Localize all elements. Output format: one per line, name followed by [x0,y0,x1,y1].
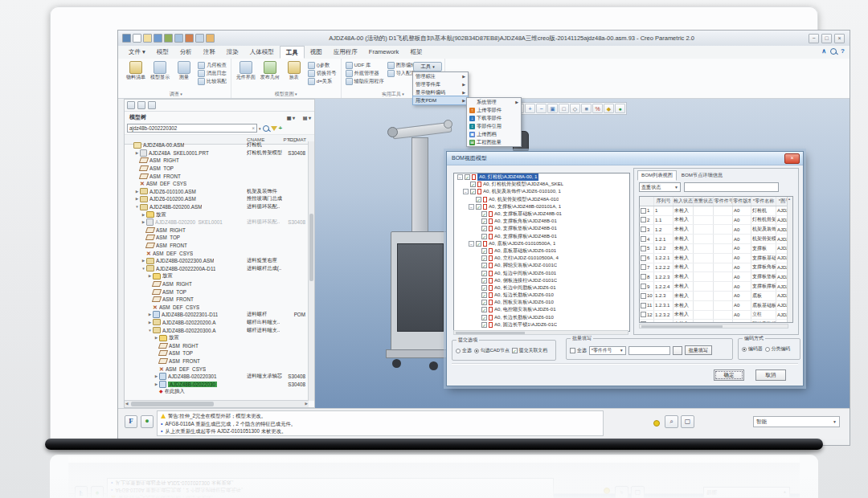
model-tree-row[interactable]: ✕ASM_DEF_CSYS [125,303,309,311]
row-checkbox[interactable] [641,246,646,251]
bom-tree-row[interactable]: ✓A0, 长边长肋板\AJDZ6-010 [454,314,629,321]
cad-model-joint[interactable] [387,127,398,137]
model-tree-row[interactable]: ASM_RIGHT [125,341,309,349]
bom-tree-row[interactable]: ✓A0, 脚轮安装板\AJDZ-0101C [454,262,629,269]
collapse-icon[interactable]: − [463,189,469,194]
collapsed-arrow-icon[interactable]: ▶ [134,151,140,155]
submenu-item-下载零部件[interactable]: ↓下载零部件 [467,114,521,122]
bom-tree-row[interactable]: ✓A0, 围板安装板\AJDZ6-010 [454,299,629,306]
regenerate-icon[interactable] [185,34,194,43]
bom-table-row[interactable]: 41.2.1未检入A0机架骨架模型AJDZ4 [640,235,792,244]
select-box-button[interactable]: ▢ [681,415,694,428]
模型显示-button[interactable]: 模型显示 [149,60,170,91]
saved-orientations-icon[interactable]: ◇ [570,104,580,113]
bom-tree-row[interactable]: ✓A0, 支撑板基础板\AJDZ48B-01 [454,210,629,218]
column-header[interactable]: 查重状态 [694,197,714,206]
open-icon[interactable] [143,34,152,43]
radio-全选[interactable] [456,349,461,353]
find-icon[interactable] [263,125,269,132]
bom-table-row[interactable]: 71.2.2.2未检入A0支撑板角板AJDZ4 [640,263,792,273]
radio-分类编码[interactable] [765,347,770,352]
bom-tree-row[interactable]: ✓A0, 短边中间板\AJDZ6-0101 [454,269,629,276]
repaint-icon[interactable]: ▣ [547,104,558,113]
collapse-icon[interactable]: − [457,174,463,180]
row-checkbox[interactable] [641,321,646,323]
bom-tree-row[interactable]: ✓A0, 电控箱安装板\AJDZ6-01 [454,306,629,313]
cad-model-column[interactable] [411,137,428,234]
model-tree-row[interactable]: ▶AJDZ48B-02022300.ASM进料旋笼右座 [125,257,309,265]
tab-Framework[interactable]: Framework [363,46,405,59]
bom-tree-row[interactable]: ✓A0, 底板基础板\AJDZ6-0101 [454,247,629,255]
model-tree-row[interactable]: ✕ASM_DEF_CSYS [125,249,309,257]
batch-fill-button[interactable]: 批量填写 [685,345,712,355]
tab-应用程序[interactable]: 应用程序 [328,46,363,59]
model-tree-row[interactable]: ASM_TOP [125,234,309,242]
row-checkbox[interactable] [641,227,646,232]
expanded-arrow-icon[interactable]: ▼ [141,267,146,271]
command-search-icon[interactable] [830,48,837,55]
submenu-item-上传零部件[interactable]: ↑上传零部件 [467,106,521,114]
checkbox-checked[interactable]: ✓ [481,218,487,224]
tab-分析[interactable]: 分析 [174,46,198,59]
model-tree-row[interactable]: ASM_TOP [125,349,309,357]
辅助应用程序-button[interactable]: 辅助应用程序 [346,78,384,85]
model-tree-row[interactable]: ▶AJDZ48A_SKEL0001.PRT灯检机骨架模型S30408 [125,149,309,157]
model-tree-row[interactable]: ▼AJDZ48B-020220300.A螺杆进料端支.. [125,326,309,334]
cad-model-wheel[interactable] [392,359,401,368]
collapse-icon[interactable]: − [469,204,474,210]
bom-table-row[interactable]: 81.2.2.3未检入A0支撑板垫板AJDZ4 [640,272,792,282]
annotation-display-icon[interactable]: ◆ [604,104,614,113]
radio-编码器[interactable] [742,347,747,352]
元件界面-button[interactable]: 元件界面 [235,60,256,91]
切换符号-button[interactable]: 切换符号 [308,70,337,77]
collapse-ribbon-icon[interactable]: ∧ [821,47,826,55]
chevron-down-icon[interactable]: ▾ [259,124,261,133]
checkbox-checked[interactable]: ✓ [481,248,487,254]
bom-tree-row[interactable]: ✓A0, 圆边长平锁1\AJDZ6-01C [454,321,629,329]
bom-table-row[interactable]: 91.2.2.4未检入A0支撑板撑板AJDZ4 [640,282,792,292]
model-tree-row[interactable]: ▶AJDZ48B-02022030S30408 [125,380,309,388]
tools-dropdown-button[interactable]: 工具▾ [413,62,442,71]
tree-settings-icon[interactable]: ▤ ▾ [303,113,311,124]
bom-table-row[interactable]: 101.2.3未检入A0底板AJDZ6- [640,292,792,301]
group-label-调查[interactable]: 调查 [121,91,231,98]
column-header[interactable]: *零件版本 [733,197,751,206]
d=关系-button[interactable]: d=关系 [308,78,337,85]
menu-item-管理零件库[interactable]: 管理零件库▶ [413,80,468,88]
model-tree-row[interactable]: ▶AJDZ6-010100.ASM机架及装饰件 [125,188,309,196]
row-checkbox[interactable] [641,264,646,270]
scroll-right-icon[interactable]: ▶ [305,402,308,406]
model-tree-row[interactable]: ASM_TOP [125,288,309,296]
model-tree-row[interactable]: ▶AJDZ48B-020220301进料端支承轴芯S30408 [125,373,309,381]
checkbox-checked[interactable]: ✓ [481,234,487,239]
feature-requirements-icon[interactable]: F [125,415,137,428]
app-icon[interactable] [122,34,131,43]
tab-文件[interactable]: 文件 ▾ [123,46,151,59]
submenu-item-工程图批量[interactable]: ⊞工程图批量 [467,138,521,146]
checkbox-checked[interactable]: ✓ [481,271,487,276]
model-tree-row[interactable]: ▶放置 [125,272,309,280]
collapsed-arrow-icon[interactable]: ▶ [141,213,146,217]
collapsed-arrow-icon[interactable]: ▶ [147,320,153,325]
checkbox-checked[interactable]: ✓ [481,285,487,291]
bom-tree-row[interactable]: ✓A0, 机架骨架模型\AJDZ48A-010 [454,196,629,203]
model-tree-row[interactable]: AJDZ48A-00.ASM灯检机 [125,141,309,149]
model-tree-row[interactable]: ▼AJDZ48B-02022200A-D11进料螺杆总成(.. [125,265,309,273]
消息日志-button[interactable]: 消息日志 [198,70,227,77]
bom-table-row[interactable]: 131.2.3.3未检入A0脚轮安装板AJDZ-0 [640,320,792,323]
bom-tree-row[interactable]: ✓A0, 侧板连接柱\AJDZ-0101C [454,277,629,284]
bom-tree-row[interactable]: −✓A0, 机架及装饰件\AJDZ6-010100, 1 [454,188,629,195]
checkbox-checked[interactable]: ✓ [481,300,487,305]
radio-勾选CAD节点[interactable] [474,349,479,353]
model-tree-row[interactable]: ASM_RIGHT [125,280,309,288]
redo-icon[interactable] [174,34,183,43]
show-icon[interactable] [127,101,135,109]
checkbox-checked[interactable]: ✓ [481,292,487,298]
checkbox-checked[interactable]: ✓ [481,211,487,217]
menu-item-管理标注[interactable]: 管理标注▶ [413,72,468,80]
tab-人体模型[interactable]: 人体模型 [244,46,280,59]
datum-display-filter-icon[interactable]: % [592,104,603,113]
table-vertical-scrollbar[interactable] [787,197,792,322]
undo-icon[interactable] [164,34,173,43]
tree-columns-icon[interactable]: ▦ ▾ [287,113,295,124]
